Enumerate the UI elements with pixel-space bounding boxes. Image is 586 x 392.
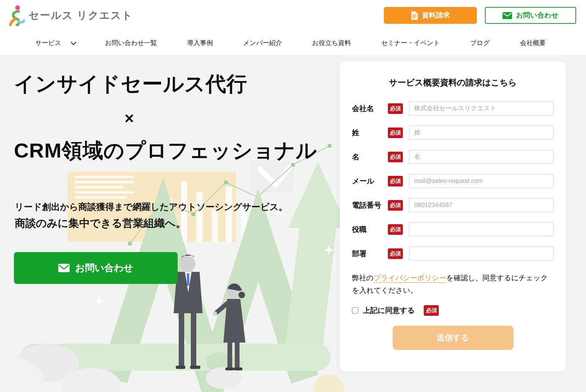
privacy-note: 弊社のプライバシーポリシーを確認し、同意するにチェックを入れてください。 xyxy=(352,271,554,296)
nav-blog-label: ブログ xyxy=(470,38,490,47)
hero-description-line1: リード創出から商談獲得まで網羅したアウトソーシングサービス。 xyxy=(15,201,288,213)
header-contact-label: お問い合わせ xyxy=(516,11,559,20)
form-row-department: 部署 必須 xyxy=(352,247,554,260)
request-docs-button[interactable]: 資料請求 xyxy=(384,7,477,24)
form-row-phone: 電話番号 必須 xyxy=(352,198,554,212)
hero-description-line2: 商談のみに集中できる営業組織へ。 xyxy=(15,216,186,231)
request-form-card: サービス概要資料の請求はこちら 会社名 必須 姓 必須 名 必須 メール 必須 xyxy=(340,62,566,371)
form-row-company: 会社名 必須 xyxy=(352,101,554,115)
nav-blog[interactable]: ブログ xyxy=(470,38,490,47)
logo-text: セールス リクエスト xyxy=(29,8,133,22)
privacy-policy-link[interactable]: プライバシーポリシー xyxy=(374,274,446,282)
last-name-label: 姓 xyxy=(352,128,388,138)
required-badge: 必須 xyxy=(388,103,403,114)
required-badge: 必須 xyxy=(388,200,403,211)
document-icon xyxy=(411,11,418,20)
nav-resources[interactable]: お役立ち資料 xyxy=(312,38,351,47)
position-label: 役職 xyxy=(352,225,388,234)
nav-company-label: 会社概要 xyxy=(520,38,546,47)
nav-contact-list[interactable]: お問い合わせ一覧 xyxy=(105,38,157,47)
form-row-first-name: 名 必須 xyxy=(352,150,554,164)
hero-title-times: × xyxy=(125,109,317,127)
form-row-position: 役職 必須 xyxy=(352,222,554,236)
hero-contact-label: お問い合わせ xyxy=(75,262,133,274)
chevron-down-icon xyxy=(71,39,77,45)
form-row-email: メール 必須 xyxy=(352,174,554,188)
mail-icon xyxy=(502,12,512,19)
header-top: セールス リクエスト 資料請求 xyxy=(0,0,586,31)
required-badge: 必須 xyxy=(388,127,403,138)
nav-company[interactable]: 会社概要 xyxy=(520,38,546,47)
required-badge: 必須 xyxy=(388,176,403,186)
mail-icon xyxy=(58,264,70,272)
nav-service[interactable]: サービス xyxy=(35,38,75,47)
hero-title-line2: CRM領域のプロフェッショナル xyxy=(14,137,317,165)
nav-resources-label: お役立ち資料 xyxy=(312,38,351,47)
nav-service-label: サービス xyxy=(35,38,61,47)
nav-members-label: メンバー紹介 xyxy=(243,38,282,47)
agree-row: 上記に同意する 必須 xyxy=(352,305,554,316)
nav-seminars[interactable]: セミナー・イベント xyxy=(381,38,440,47)
page: セールス リクエスト 資料請求 xyxy=(0,0,586,392)
privacy-prefix: 弊社の xyxy=(352,274,374,282)
header-buttons: 資料請求 お問い合わせ xyxy=(384,7,576,24)
nav-contact-list-label: お問い合わせ一覧 xyxy=(105,38,157,47)
department-label: 部署 xyxy=(352,249,388,259)
required-badge: 必須 xyxy=(424,305,439,316)
hero-heading: インサイドセールス代行 × CRM領域のプロフェッショナル xyxy=(14,70,317,165)
agree-checkbox[interactable] xyxy=(352,307,358,314)
company-input[interactable] xyxy=(409,101,554,115)
required-badge: 必須 xyxy=(388,224,403,235)
header-contact-button[interactable]: お問い合わせ xyxy=(485,7,576,24)
form-title: サービス概要資料の請求はこちら xyxy=(352,77,554,88)
logo-runner-icon xyxy=(7,5,25,26)
hero-section: インサイドセールス代行 × CRM領域のプロフェッショナル リード創出から商談獲… xyxy=(0,55,586,392)
department-input[interactable] xyxy=(409,247,554,260)
required-badge: 必須 xyxy=(388,248,403,259)
last-name-input[interactable] xyxy=(409,126,554,140)
nav-seminars-label: セミナー・イベント xyxy=(381,38,440,47)
email-input[interactable] xyxy=(409,174,554,188)
main-nav: サービス お問い合わせ一覧 導入事例 メンバー紹介 お役立ち資料 セミナー・イベ… xyxy=(0,31,586,55)
hero-contact-button[interactable]: お問い合わせ xyxy=(14,252,178,284)
nav-case-studies-label: 導入事例 xyxy=(187,38,213,47)
nav-case-studies[interactable]: 導入事例 xyxy=(187,38,213,47)
logo[interactable]: セールス リクエスト xyxy=(7,5,133,26)
email-label: メール xyxy=(352,176,388,186)
site-header: セールス リクエスト 資料請求 xyxy=(0,0,586,55)
hero-title-line1: インサイドセールス代行 xyxy=(14,70,317,98)
first-name-label: 名 xyxy=(352,152,388,162)
required-badge: 必須 xyxy=(388,152,403,162)
company-label: 会社名 xyxy=(352,104,388,114)
nav-members[interactable]: メンバー紹介 xyxy=(243,38,282,47)
request-docs-label: 資料請求 xyxy=(422,11,450,20)
submit-button[interactable]: 送信する xyxy=(393,326,513,350)
woman-figure xyxy=(213,284,245,370)
form-row-last-name: 姓 必須 xyxy=(352,126,554,140)
position-input[interactable] xyxy=(409,222,554,236)
man-figure xyxy=(174,255,203,369)
phone-label: 電話番号 xyxy=(352,200,388,210)
first-name-input[interactable] xyxy=(409,150,554,164)
phone-input[interactable] xyxy=(409,198,554,212)
agree-label: 上記に同意する xyxy=(363,306,415,315)
